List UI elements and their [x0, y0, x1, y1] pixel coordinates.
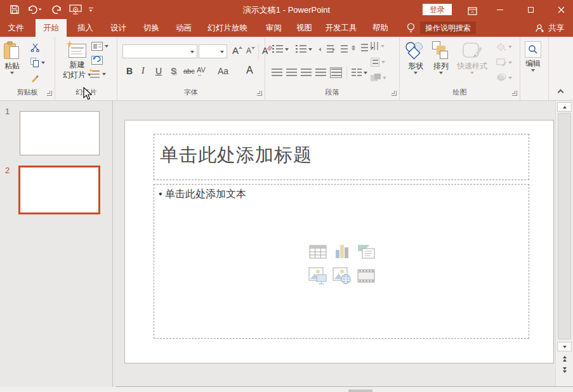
arrange-button[interactable]: 排列 [431, 41, 451, 74]
underline-button[interactable]: U [155, 66, 162, 76]
group-paragraph: 段落 [265, 37, 400, 100]
font-size-combo[interactable] [199, 44, 227, 58]
section-dropdown-icon[interactable] [102, 73, 106, 75]
collapse-ribbon-icon[interactable] [558, 90, 563, 95]
body-placeholder[interactable]: • 单击此处添加文本 [154, 184, 529, 339]
tab-transitions[interactable]: 切换 [136, 19, 167, 37]
scrollbar-thumb[interactable] [558, 113, 571, 339]
tab-file[interactable]: 文件 [0, 19, 32, 37]
align-center-button[interactable] [286, 69, 297, 77]
tab-view[interactable]: 视图 [289, 19, 320, 37]
ribbon-display-options-icon[interactable] [465, 4, 479, 17]
bullets-button[interactable] [272, 45, 289, 53]
shape-outline-button [496, 58, 512, 67]
align-text-button[interactable] [371, 58, 385, 67]
convert-smartart-icon [371, 74, 381, 82]
maximize-button[interactable] [516, 0, 545, 19]
scroll-down-icon[interactable] [557, 342, 572, 351]
paste-dropdown-icon[interactable] [10, 72, 14, 74]
horizontal-scrollbar-thumb[interactable] [348, 389, 372, 392]
convert-smartart-button[interactable] [371, 74, 386, 82]
layout-button[interactable] [91, 42, 109, 51]
shape-effects-button [496, 74, 512, 82]
quick-styles-button[interactable]: 快速样式 [457, 41, 487, 74]
font-color-button[interactable]: A [246, 65, 253, 76]
reset-slide-icon [91, 56, 103, 65]
section-icon [90, 70, 100, 79]
bold-button[interactable]: B [126, 66, 133, 76]
tab-developer[interactable]: 开发工具 [320, 19, 362, 37]
align-right-button[interactable] [301, 69, 312, 77]
justify-button[interactable] [315, 69, 326, 77]
columns-button[interactable] [352, 69, 367, 77]
paste-button[interactable]: 粘贴 [4, 41, 20, 74]
tab-help[interactable]: 帮助 [365, 19, 396, 37]
copy-dropdown-icon[interactable] [41, 62, 45, 64]
tab-slideshow[interactable]: 幻灯片放映 [199, 19, 256, 37]
minimize-button[interactable] [485, 0, 515, 19]
text-direction-button[interactable] [371, 42, 385, 50]
layout-dropdown-icon[interactable] [105, 45, 109, 48]
text-shadow-button[interactable]: S [171, 66, 176, 76]
tab-insert[interactable]: 插入 [70, 19, 101, 37]
dialog-launcher-icon[interactable] [257, 91, 262, 96]
insert-picture-icon[interactable] [308, 266, 328, 286]
shrink-font-icon[interactable]: A [246, 46, 255, 55]
content-placeholder-icons [308, 242, 376, 286]
insert-table-icon[interactable] [308, 242, 328, 262]
increase-indent-button[interactable] [333, 45, 348, 53]
editing-button[interactable]: 编辑 [525, 41, 541, 72]
cut-button[interactable] [30, 43, 40, 52]
vertical-scrollbar[interactable] [555, 101, 573, 392]
new-slide-button[interactable]: 新建 幻灯片 [63, 41, 91, 79]
cut-icon [30, 43, 40, 52]
insert-chart-icon[interactable] [332, 242, 352, 262]
grow-font-icon[interactable]: A [232, 45, 242, 56]
arrange-dropdown-icon[interactable] [439, 72, 443, 74]
scroll-up-icon[interactable] [557, 102, 572, 112]
decrease-indent-button[interactable] [319, 45, 334, 53]
tell-me-search[interactable]: 操作说明搜索 [420, 22, 476, 34]
line-spacing-icon [357, 44, 368, 52]
reset-slide-button[interactable] [91, 56, 103, 65]
character-spacing-button[interactable]: AV↔ [197, 66, 206, 77]
change-case-button[interactable]: Aa [218, 66, 228, 76]
mouse-cursor [83, 87, 93, 101]
slide-canvas[interactable]: 单击此处添加标题 • 单击此处添加文本 [124, 120, 554, 363]
group-font: A A A B I U S abc AV↔ Aa A 字体 [117, 37, 265, 100]
previous-slide-icon[interactable] [560, 354, 570, 363]
distributed-button[interactable] [330, 67, 342, 78]
slide-thumbnail-selected[interactable] [18, 166, 100, 214]
insert-smartart-icon[interactable] [356, 242, 376, 262]
editing-dropdown-icon[interactable] [531, 69, 535, 72]
group-drawing: 形状 排列 快速样式 [400, 37, 520, 100]
dialog-launcher-icon[interactable] [47, 91, 52, 96]
font-name-combo[interactable] [122, 44, 197, 58]
login-button[interactable]: 登录 [423, 4, 452, 15]
strikethrough-button[interactable]: abc [183, 67, 195, 75]
slide-thumbnail[interactable] [20, 111, 100, 155]
numbering-button[interactable] [296, 45, 312, 53]
slide-number: 2 [5, 166, 10, 175]
tab-animations[interactable]: 动画 [168, 19, 199, 37]
tab-home[interactable]: 开始 [36, 19, 67, 37]
dialog-launcher-icon[interactable] [392, 91, 397, 96]
section-button[interactable] [90, 70, 106, 79]
title-placeholder[interactable]: 单击此处添加标题 [154, 134, 529, 180]
find-icon [528, 44, 538, 55]
share-button[interactable]: 共享 [535, 19, 564, 37]
italic-button[interactable]: I [142, 66, 145, 76]
close-button[interactable] [546, 0, 573, 19]
next-slide-icon[interactable] [560, 365, 570, 374]
insert-online-picture-icon[interactable] [332, 266, 352, 286]
shapes-button[interactable]: 形状 [405, 41, 426, 74]
columns-icon [352, 69, 362, 77]
dialog-launcher-icon[interactable] [512, 91, 517, 96]
tab-design[interactable]: 设计 [103, 19, 134, 37]
format-painter-button[interactable] [30, 73, 40, 82]
align-left-button[interactable] [272, 69, 282, 77]
tab-review[interactable]: 审阅 [258, 19, 289, 37]
shapes-dropdown-icon[interactable] [414, 72, 418, 74]
insert-video-icon[interactable] [356, 266, 376, 286]
copy-button[interactable] [30, 58, 45, 67]
